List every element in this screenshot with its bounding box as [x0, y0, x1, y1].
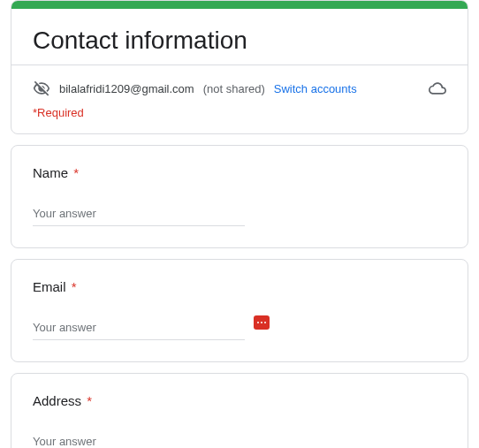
address-input[interactable]: [33, 431, 446, 448]
form-title: Contact information: [33, 25, 446, 65]
question-address: Address *: [11, 373, 468, 448]
name-input[interactable]: [33, 203, 245, 226]
required-star: *: [72, 279, 77, 294]
account-email: bilalafridi1209@gmail.com: [59, 82, 194, 95]
question-name: Name *: [11, 145, 468, 248]
form-header-card: Contact information bilalafridi1209@gmai…: [11, 0, 468, 134]
cloud-icon: [429, 80, 446, 97]
address-label: Address *: [33, 393, 446, 408]
required-star: *: [73, 165, 79, 180]
accent-bar: [11, 0, 468, 9]
visibility-off-icon: [33, 80, 50, 97]
name-label-text: Name: [33, 165, 68, 180]
account-row: bilalafridi1209@gmail.com (not shared) S…: [11, 65, 468, 106]
name-label: Name *: [33, 165, 446, 180]
email-label-text: Email: [33, 279, 66, 294]
password-manager-icon[interactable]: [254, 315, 270, 330]
question-email: Email *: [11, 259, 468, 362]
email-label: Email *: [33, 279, 446, 294]
required-indicator: *Required: [11, 106, 468, 133]
address-label-text: Address: [33, 393, 81, 408]
email-input[interactable]: [33, 317, 245, 340]
required-star: *: [87, 393, 92, 408]
not-shared-text: (not shared): [203, 82, 265, 95]
switch-accounts-link[interactable]: Switch accounts: [274, 82, 357, 95]
